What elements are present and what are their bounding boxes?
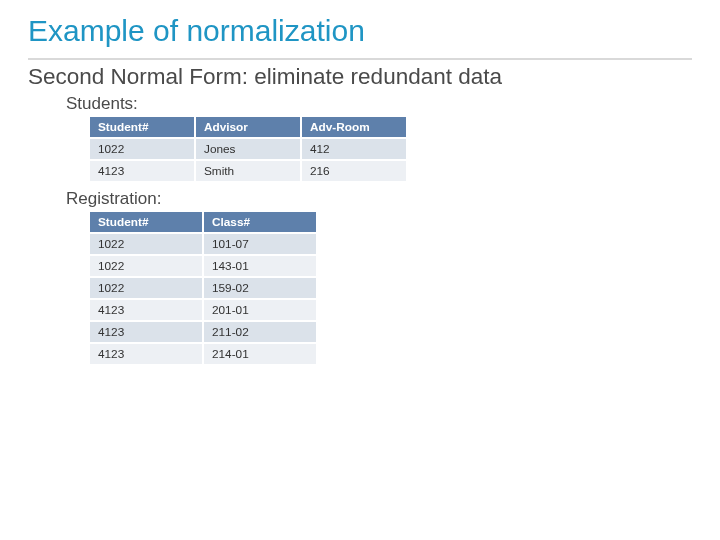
- cell: 1022: [89, 138, 195, 160]
- table-row: 4123 Smith 216: [89, 160, 407, 182]
- cell: 1022: [89, 277, 203, 299]
- table-row: 1022 101-07: [89, 233, 317, 255]
- cell: 214-01: [203, 343, 317, 365]
- students-header-advisor: Advisor: [195, 116, 301, 138]
- cell: 412: [301, 138, 407, 160]
- cell: 1022: [89, 255, 203, 277]
- students-header-advroom: Adv-Room: [301, 116, 407, 138]
- table-row: 1022 159-02: [89, 277, 317, 299]
- table-row: 4123 201-01: [89, 299, 317, 321]
- registration-label: Registration:: [66, 189, 692, 209]
- title-divider: [28, 58, 692, 60]
- cell: 101-07: [203, 233, 317, 255]
- cell: Smith: [195, 160, 301, 182]
- cell: 143-01: [203, 255, 317, 277]
- students-table: Student# Advisor Adv-Room 1022 Jones 412…: [88, 115, 408, 183]
- cell: 4123: [89, 343, 203, 365]
- table-row: 1022 143-01: [89, 255, 317, 277]
- registration-header-class: Class#: [203, 211, 317, 233]
- students-label: Students:: [66, 94, 692, 114]
- students-header-student: Student#: [89, 116, 195, 138]
- cell: 1022: [89, 233, 203, 255]
- cell: 4123: [89, 299, 203, 321]
- page-title: Example of normalization: [28, 14, 692, 48]
- table-row: 4123 214-01: [89, 343, 317, 365]
- cell: 4123: [89, 160, 195, 182]
- cell: 201-01: [203, 299, 317, 321]
- table-row: 4123 211-02: [89, 321, 317, 343]
- registration-header-student: Student#: [89, 211, 203, 233]
- cell: Jones: [195, 138, 301, 160]
- cell: 216: [301, 160, 407, 182]
- table-row: 1022 Jones 412: [89, 138, 407, 160]
- cell: 159-02: [203, 277, 317, 299]
- subtitle: Second Normal Form: eliminate redundant …: [28, 64, 692, 90]
- cell: 211-02: [203, 321, 317, 343]
- cell: 4123: [89, 321, 203, 343]
- registration-table: Student# Class# 1022 101-07 1022 143-01 …: [88, 210, 318, 366]
